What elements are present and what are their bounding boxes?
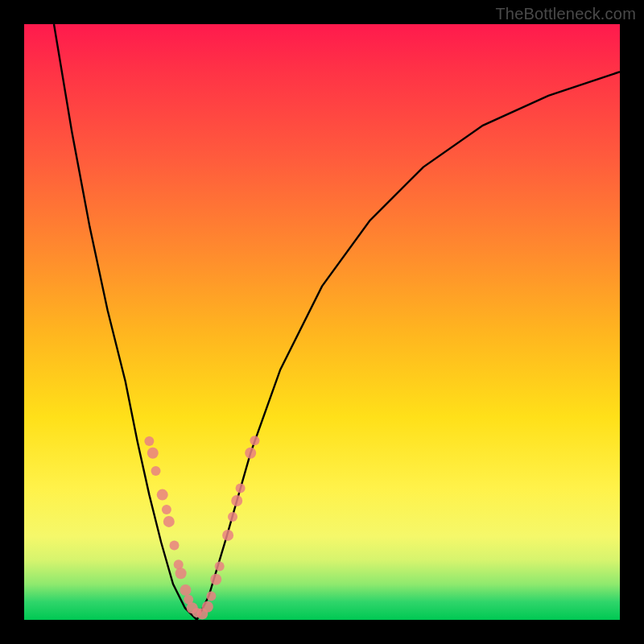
- marker-left-5: [163, 516, 175, 527]
- marker-left-12: [192, 608, 202, 617]
- marker-left-6: [170, 541, 180, 551]
- curve-left-branch: [54, 24, 197, 620]
- marker-right-5: [228, 512, 237, 522]
- marker-left-8: [175, 568, 187, 579]
- marker-right-9: [250, 436, 259, 445]
- curve-markers: [144, 436, 259, 619]
- curve-right-branch: [197, 72, 620, 620]
- marker-right-8: [245, 448, 256, 459]
- marker-left-9: [180, 584, 192, 596]
- watermark-text: TheBottleneck.com: [495, 5, 636, 23]
- marker-left-0: [144, 436, 154, 446]
- chart-svg: [24, 24, 620, 620]
- marker-left-13: [196, 609, 208, 620]
- marker-right-6: [231, 495, 242, 506]
- marker-left-3: [157, 489, 168, 501]
- marker-left-4: [162, 505, 171, 514]
- marker-left-10: [184, 595, 193, 605]
- marker-right-4: [222, 530, 233, 541]
- marker-left-11: [187, 602, 198, 613]
- plot-area: [24, 24, 620, 620]
- marker-right-0: [202, 601, 213, 613]
- marker-right-1: [206, 591, 216, 601]
- marker-right-2: [210, 574, 221, 585]
- marker-right-3: [215, 561, 225, 571]
- marker-left-1: [147, 448, 159, 459]
- chart-frame: TheBottleneck.com: [0, 0, 644, 644]
- marker-left-7: [174, 559, 184, 569]
- marker-left-2: [151, 466, 161, 476]
- marker-right-7: [236, 484, 246, 493]
